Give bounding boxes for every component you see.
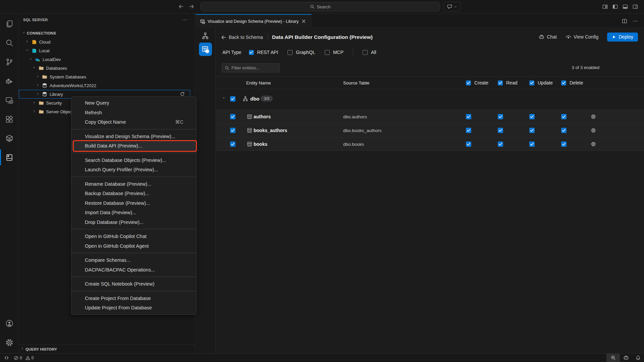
menu-item-compare-schemas[interactable]: Compare Schemas... bbox=[71, 255, 196, 265]
toggle-panel-icon[interactable] bbox=[623, 4, 628, 9]
activity-files[interactable] bbox=[0, 14, 18, 33]
view-config-button[interactable]: View Config bbox=[566, 34, 598, 40]
entity-row-authors[interactable]: authorsdbo.authors bbox=[216, 110, 644, 123]
schema-diagram-icon[interactable] bbox=[202, 32, 209, 40]
activity-run-debug[interactable] bbox=[0, 71, 18, 90]
copilot-chat-button[interactable] bbox=[443, 2, 461, 12]
checkbox[interactable] bbox=[529, 141, 535, 147]
checkbox[interactable] bbox=[561, 141, 567, 147]
remote-indicator-icon[interactable] bbox=[4, 355, 9, 360]
chevron-down-icon[interactable] bbox=[222, 97, 226, 100]
tab-visualize-design-schema[interactable]: Visualize and Design Schema (Preview) - … bbox=[196, 14, 312, 28]
tree-item-databases[interactable]: Databases bbox=[19, 64, 195, 72]
menu-item-open-in-github-copilot-agent[interactable]: Open in GitHub Copilot Agent bbox=[71, 241, 196, 251]
activity-settings-gear[interactable] bbox=[0, 333, 18, 352]
row-settings-icon[interactable] bbox=[591, 114, 596, 119]
activity-extensions[interactable] bbox=[0, 110, 18, 129]
checkbox[interactable] bbox=[466, 80, 471, 85]
tree-item-system-databases[interactable]: System Databases bbox=[19, 72, 195, 81]
api-type-option-all[interactable]: All bbox=[363, 50, 376, 55]
checkbox[interactable] bbox=[466, 114, 471, 119]
checkbox[interactable] bbox=[529, 114, 535, 119]
checkbox[interactable] bbox=[287, 50, 292, 55]
toggle-sidebar-icon[interactable] bbox=[612, 4, 618, 9]
checkbox[interactable] bbox=[561, 128, 567, 133]
activity-sql-server[interactable] bbox=[0, 148, 18, 167]
tab-close-icon[interactable] bbox=[301, 19, 306, 24]
activity-search[interactable] bbox=[0, 33, 18, 52]
chat-button[interactable]: Chat bbox=[539, 34, 557, 40]
checkbox[interactable] bbox=[561, 80, 566, 85]
activity-source-control[interactable] bbox=[0, 52, 18, 71]
menu-item-create-sql-notebook-preview[interactable]: Create SQL Notebook (Preview) bbox=[71, 279, 196, 289]
menu-item-refresh[interactable]: Refresh bbox=[71, 108, 196, 118]
checkbox[interactable] bbox=[363, 50, 368, 55]
notifications-bell[interactable] bbox=[632, 354, 644, 362]
activity-containers[interactable] bbox=[0, 129, 18, 148]
checkbox[interactable] bbox=[529, 80, 534, 85]
checkbox[interactable] bbox=[529, 128, 535, 133]
row-settings-icon[interactable] bbox=[591, 128, 596, 133]
checkbox[interactable] bbox=[230, 114, 235, 119]
menu-item-create-project-from-database[interactable]: Create Project From Database bbox=[71, 294, 196, 303]
toggle-secondary-sidebar-icon[interactable] bbox=[633, 4, 638, 9]
menu-item-launch-query-profiler-preview[interactable]: Launch Query Profiler (Preview)... bbox=[71, 165, 196, 175]
menu-item-open-in-github-copilot-chat[interactable]: Open in GitHub Copilot Chat bbox=[71, 232, 196, 241]
api-type-option-graphql[interactable]: GraphQL bbox=[287, 50, 315, 55]
query-history-section[interactable]: QUERY HISTORY bbox=[19, 345, 195, 353]
group-checkbox[interactable] bbox=[230, 96, 235, 102]
menu-item-rename-database-preview[interactable]: Rename Database (Preview)... bbox=[71, 179, 196, 189]
menu-item-backup-database-preview[interactable]: Backup Database (Preview)... bbox=[71, 189, 196, 198]
op-header-update[interactable]: Update bbox=[529, 77, 553, 89]
api-type-option-mcp[interactable]: MCP bbox=[325, 50, 343, 55]
customize-layout-icon[interactable] bbox=[602, 4, 608, 9]
tree-section-connections[interactable]: CONNECTIONS bbox=[19, 29, 195, 38]
checkbox[interactable] bbox=[230, 128, 235, 133]
activity-remote-explorer[interactable] bbox=[0, 90, 18, 110]
deploy-button[interactable]: Deploy bbox=[607, 33, 638, 42]
tree-item-adventureworkslt2022[interactable]: AdventureWorksLT2022 bbox=[19, 81, 195, 90]
tree-item-cloud[interactable]: Cloud bbox=[19, 38, 195, 46]
op-header-delete[interactable]: Delete bbox=[561, 77, 583, 89]
checkbox[interactable] bbox=[249, 50, 254, 55]
back-to-schema-button[interactable]: Back to Schema bbox=[221, 35, 263, 40]
checkbox[interactable] bbox=[466, 141, 471, 147]
checkbox[interactable] bbox=[466, 128, 471, 133]
refresh-icon[interactable] bbox=[180, 92, 185, 97]
tree-item-local[interactable]: Local bbox=[19, 46, 195, 55]
zoom-status-button[interactable] bbox=[606, 354, 620, 362]
data-api-builder-button[interactable] bbox=[199, 43, 212, 56]
checkbox[interactable] bbox=[561, 114, 567, 119]
menu-item-drop-database-preview[interactable]: Drop Database (Preview)... bbox=[71, 218, 196, 227]
copilot-status-button[interactable] bbox=[620, 354, 632, 362]
nav-back-icon[interactable] bbox=[178, 4, 184, 9]
menu-item-dacpac-bacpac-operations[interactable]: DACPAC/BACPAC Operations... bbox=[71, 265, 196, 275]
menu-item-search-database-objects-preview[interactable]: Search Database Objects (Preview)... bbox=[71, 156, 196, 165]
tree-item-localdev[interactable]: LocalDev bbox=[19, 55, 195, 64]
checkbox[interactable] bbox=[230, 141, 235, 147]
schema-group-row[interactable]: dbo 3/3 bbox=[216, 89, 644, 109]
checkbox[interactable] bbox=[498, 128, 503, 133]
menu-item-import-data-preview[interactable]: Import Data (Preview)... bbox=[71, 208, 196, 218]
checkbox[interactable] bbox=[325, 50, 330, 55]
menu-item-restore-database-preview[interactable]: Restore Database (Preview)... bbox=[71, 198, 196, 208]
menu-item-new-query[interactable]: New Query bbox=[71, 98, 196, 108]
editor-more-actions-icon[interactable] bbox=[633, 18, 638, 24]
menu-item-build-data-api-preview[interactable]: Build Data API (Preview)... bbox=[71, 141, 196, 151]
nav-forward-icon[interactable] bbox=[189, 4, 195, 9]
activity-account[interactable] bbox=[0, 314, 18, 333]
checkbox[interactable] bbox=[498, 141, 503, 147]
op-header-create[interactable]: Create bbox=[466, 77, 488, 89]
filter-entities-input[interactable]: Filter entities... bbox=[222, 63, 280, 72]
menu-item-visualize-and-design-schema-preview[interactable]: Visualize and Design Schema (Preview)... bbox=[71, 132, 196, 141]
entity-row-books[interactable]: booksdbo.books bbox=[216, 137, 644, 151]
api-type-option-rest-api[interactable]: REST API bbox=[249, 50, 278, 55]
op-header-read[interactable]: Read bbox=[498, 77, 517, 89]
menu-item-update-project-from-database[interactable]: Update Project From Database bbox=[71, 303, 196, 313]
split-editor-icon[interactable] bbox=[622, 18, 627, 24]
row-settings-icon[interactable] bbox=[591, 141, 596, 147]
checkbox[interactable] bbox=[498, 114, 503, 119]
problems-indicator[interactable]: 0 0 bbox=[14, 356, 34, 360]
checkbox[interactable] bbox=[498, 80, 503, 85]
sidebar-more-actions-icon[interactable]: ··· bbox=[182, 17, 187, 22]
